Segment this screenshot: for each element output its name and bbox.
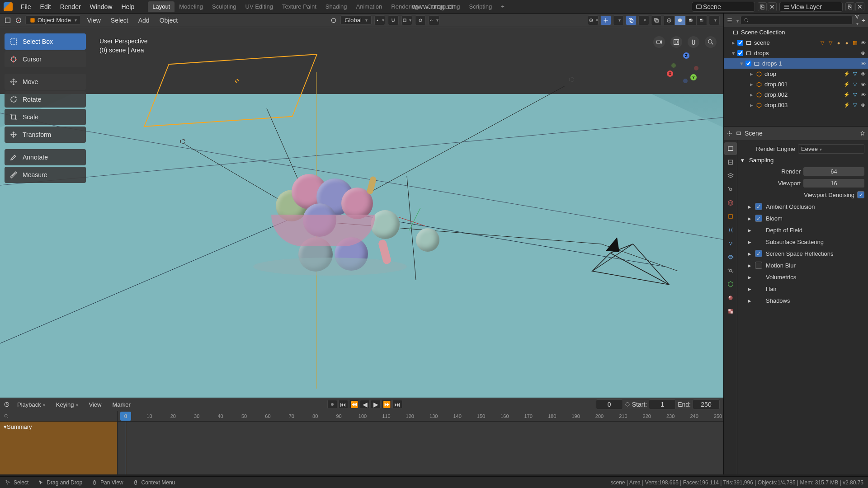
overlays-dropdown[interactable] [638,15,649,25]
tool-scale[interactable]: Scale [5,109,86,125]
outliner-drop[interactable]: ▸ drop ⚡▽👁 [724,69,868,79]
tab-scene[interactable] [724,183,737,196]
proportional-type[interactable] [429,15,439,25]
ssr-checkbox[interactable]: ✓ [755,250,762,257]
section-ssr[interactable]: ▸✓Screen Space Reflections [741,248,864,259]
tl-keying[interactable]: Keying [52,401,82,408]
motion-blur-checkbox[interactable] [755,262,762,269]
shading-solid[interactable] [675,15,685,25]
shading-rendered[interactable] [696,15,707,25]
axis-gizmo[interactable]: Z X Y [667,52,703,89]
menu-help[interactable]: Help [117,3,139,10]
tab-texture[interactable] [724,305,737,318]
play-button[interactable]: ▶ [371,400,381,409]
tab-object[interactable] [724,210,737,223]
outliner-display-mode[interactable] [735,17,739,24]
eye-icon[interactable]: 👁 [860,50,866,56]
tool-rotate[interactable]: Rotate [5,91,86,108]
section-sss[interactable]: ▸Subsurface Scattering [741,236,864,248]
ws-texpaint[interactable]: Texture Paint [278,1,321,12]
outliner-new-collection[interactable]: + [862,17,865,24]
section-ao[interactable]: ▸✓Ambient Occlusion [741,201,864,212]
collection-enable[interactable] [737,40,743,46]
outliner-scene[interactable]: ▸ scene ▽▽ ●● ▦ 👁 [724,38,868,48]
tab-physics[interactable] [724,251,737,263]
tool-annotate[interactable]: Annotate [5,149,86,165]
orientation-dropdown[interactable]: Global [340,15,372,25]
current-frame[interactable]: 0 [596,399,623,409]
ws-layout[interactable]: Layout [148,1,175,12]
shading-lookdev[interactable] [685,15,696,25]
keyframe-next-button[interactable]: ⏩ [382,400,392,409]
eye-icon[interactable]: 👁 [860,40,866,46]
point-light-1[interactable] [569,77,574,82]
section-dof[interactable]: ▸Depth of Field [741,224,864,236]
tool-measure[interactable]: Measure [5,167,86,183]
eye-icon[interactable]: 👁 [860,61,866,67]
object-visibility-dropdown[interactable] [588,15,599,25]
snap-toggle[interactable] [388,15,399,25]
jump-end-button[interactable]: ⏭ [392,400,402,409]
view-layer-new-button[interactable]: ⎘ [845,2,854,11]
eye-icon[interactable]: 👁 [860,71,866,77]
keyframe-prev-button[interactable]: ⏪ [349,400,359,409]
properties-pin[interactable] [860,131,865,136]
viewport-samples-field[interactable]: 16 [803,179,864,188]
gizmo-toggle[interactable] [600,15,611,25]
bloom-checkbox[interactable]: ✓ [755,215,762,222]
menu-file[interactable]: File [16,3,36,10]
area-light-outline[interactable] [144,54,318,127]
point-light-2[interactable] [180,139,185,144]
area-light-origin[interactable] [235,79,239,83]
outliner-drop002[interactable]: ▸ drop.002 ⚡▽👁 [724,89,868,100]
tl-marker[interactable]: Marker [108,401,134,408]
outliner-search[interactable] [741,16,853,25]
collection-enable[interactable] [737,50,743,56]
mode-dropdown[interactable]: Object Mode [25,15,81,25]
ws-animation[interactable]: Animation [352,1,387,12]
outliner-drop001[interactable]: ▸ drop.001 ⚡▽👁 [724,79,868,89]
proportional-toggle[interactable] [415,15,426,25]
gizmo-dropdown[interactable] [613,15,624,25]
outliner-filter[interactable] [854,14,860,27]
end-frame[interactable]: 250 [693,399,720,409]
scene-selector[interactable]: Scene [692,2,755,12]
properties-editor-icon[interactable] [726,130,733,136]
timeline-editor-icon[interactable] [4,401,10,408]
section-motion-blur[interactable]: ▸Motion Blur [741,259,864,271]
xray-toggle[interactable] [651,15,662,25]
menu-edit[interactable]: Edit [36,3,56,10]
vp-menu-object[interactable]: Object [156,17,181,24]
ws-shading[interactable]: Shading [321,1,352,12]
viewport-denoising-checkbox[interactable]: ✓ [857,191,864,198]
pivot-dropdown[interactable] [374,15,385,25]
render-engine-dropdown[interactable]: Eevee [798,144,864,154]
camera-object[interactable] [588,230,687,294]
start-frame[interactable]: 1 [649,399,676,409]
section-sampling[interactable]: ▾Sampling [741,155,864,165]
section-bloom[interactable]: ▸✓Bloom [741,212,864,224]
nav-zoom-icon[interactable] [705,36,717,48]
menu-render[interactable]: Render [56,3,85,10]
nav-camera-icon[interactable] [653,36,665,48]
view-layer-delete-button[interactable]: ✕ [855,2,864,11]
ws-add[interactable]: + [496,1,509,12]
tl-view[interactable]: View [85,401,105,408]
eye-icon[interactable]: 👁 [860,92,866,98]
jump-start-button[interactable]: ⏮ [338,400,348,409]
tab-material[interactable] [724,291,737,304]
render-samples-field[interactable]: 64 [803,167,864,176]
eye-icon[interactable]: 👁 [860,102,866,108]
snap-type-dropdown[interactable] [401,15,412,25]
scene-delete-button[interactable]: ✕ [768,2,777,11]
ws-scripting[interactable]: Scripting [465,1,497,12]
tab-view-layer[interactable] [724,169,737,182]
timeline-ruler[interactable]: 0 01020304050607080901001101201301401501… [0,411,723,422]
outliner-drops1[interactable]: ▾ drops 1 👁 [724,58,868,69]
nav-persp-icon[interactable] [670,36,682,48]
orientation-icon[interactable] [330,16,338,24]
scene-new-button[interactable]: ⎘ [758,2,767,11]
tab-render[interactable] [724,142,737,155]
tl-playback[interactable]: Playback [14,401,49,408]
vp-menu-add[interactable]: Add [135,17,153,24]
